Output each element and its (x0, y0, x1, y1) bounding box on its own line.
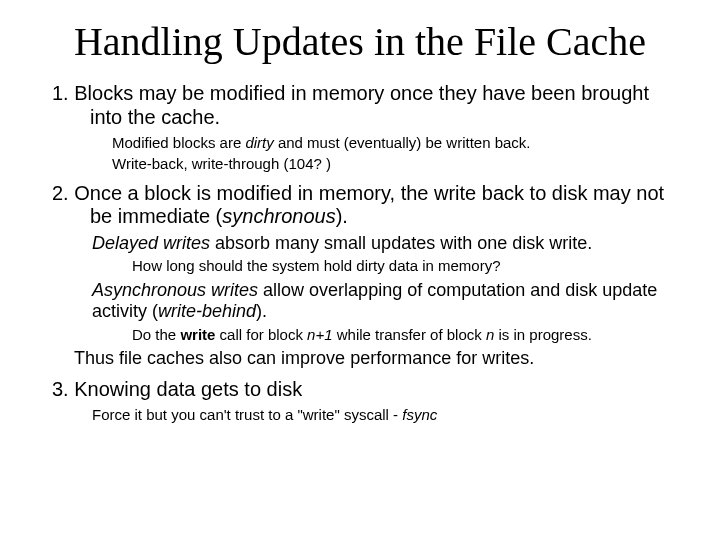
t: Force it but you can't trust to a "write… (92, 406, 402, 423)
point-1-sub-a: Modified blocks are dirty and must (even… (52, 133, 668, 152)
point-2-async: Asynchronous writes allow overlapping of… (52, 280, 668, 323)
point-2-async-b: Do the write call for block n+1 while tr… (52, 325, 668, 344)
t: and must (eventually) be written back. (274, 134, 531, 151)
point-2-thus: Thus file caches also can improve perfor… (52, 348, 668, 370)
write-behind-em: write-behind (158, 301, 256, 321)
point-2: 2. Once a block is modified in memory, t… (52, 182, 668, 229)
n1-em: n+1 (307, 326, 332, 343)
t: ). (336, 205, 348, 227)
slide-body: 1. Blocks may be modified in memory once… (0, 82, 720, 424)
t: is in progress. (494, 326, 592, 343)
async-em: Asynchronous writes (92, 280, 258, 300)
dirty-em: dirty (245, 134, 273, 151)
point-3-sub: Force it but you can't trust to a "write… (52, 405, 668, 424)
t: 2. Once a block is modified in memory, t… (52, 182, 664, 228)
point-1: 1. Blocks may be modified in memory once… (52, 82, 668, 129)
fsync-em: fsync (402, 406, 437, 423)
t: Do the (132, 326, 180, 343)
delayed-em: Delayed writes (92, 233, 210, 253)
point-2-delayed-q: How long should the system hold dirty da… (52, 256, 668, 275)
point-1-text: 1. Blocks may be modified in memory once… (52, 82, 649, 128)
point-2-delayed: Delayed writes absorb many small updates… (52, 233, 668, 255)
t: call for block (215, 326, 307, 343)
write-bold: write (180, 326, 215, 343)
slide: Handling Updates in the File Cache 1. Bl… (0, 0, 720, 540)
t: Modified blocks are (112, 134, 245, 151)
synchronous-em: synchronous (222, 205, 335, 227)
slide-title: Handling Updates in the File Cache (40, 20, 680, 64)
point-1-sub-b: Write-back, write-through (104? ) (52, 154, 668, 173)
t: while transfer of block (333, 326, 486, 343)
t: ). (256, 301, 267, 321)
t: absorb many small updates with one disk … (210, 233, 592, 253)
point-3: 3. Knowing data gets to disk (52, 378, 668, 402)
